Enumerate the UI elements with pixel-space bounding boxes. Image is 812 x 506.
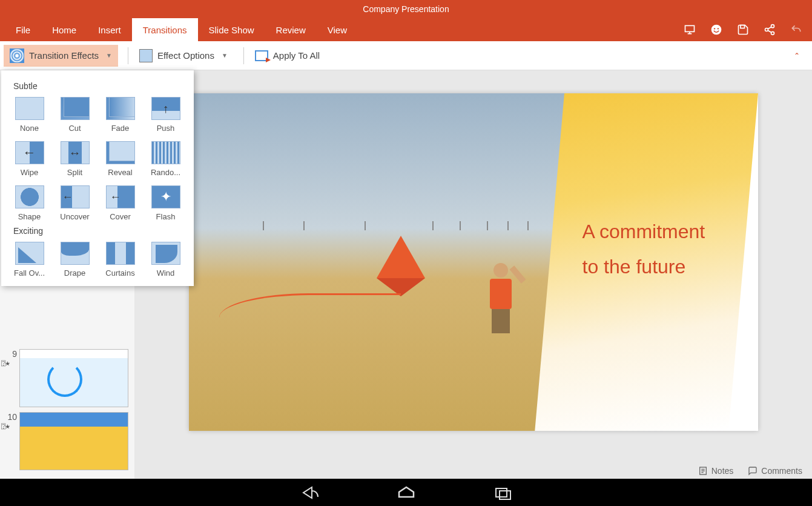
kite-graphic (377, 236, 425, 296)
transition-effects-dropdown: Subtle None Cut Fade Push Wipe Split Rev… (1, 70, 194, 286)
android-recent-icon[interactable] (491, 484, 515, 502)
svg-point-6 (765, 28, 768, 32)
slide[interactable]: A commitmentto the future (189, 93, 758, 431)
slide-canvas-area: A commitmentto the future (134, 70, 812, 479)
divider (243, 47, 244, 64)
collapse-ribbon-icon[interactable]: ⌃ (785, 47, 808, 65)
thumb-row-9[interactable]: 9 ⍰★ (0, 347, 134, 410)
comments-icon (748, 466, 758, 476)
save-icon[interactable] (737, 24, 749, 36)
thumb-number: 9 (1, 349, 19, 359)
chevron-down-icon: ▼ (106, 52, 112, 59)
svg-point-1 (711, 25, 722, 35)
svg-point-7 (771, 32, 774, 35)
svg-rect-0 (685, 25, 695, 32)
divider (128, 47, 128, 64)
document-title: Company Presentation (363, 4, 449, 14)
transition-split[interactable]: Split (55, 141, 94, 177)
transition-flash[interactable]: Flash (146, 185, 185, 221)
transition-curtains[interactable]: Curtains (101, 242, 140, 278)
android-back-icon[interactable] (297, 484, 322, 502)
transition-uncover[interactable]: Uncover (55, 185, 94, 221)
svg-point-3 (718, 28, 719, 29)
transitions-toolbar: Transition Effects ▼ Effect Options ▼ Ap… (0, 41, 812, 70)
slide-thumbnail[interactable] (19, 412, 128, 470)
transition-push[interactable]: Push (146, 97, 185, 133)
transition-reveal[interactable]: Reveal (101, 141, 140, 177)
share-icon[interactable] (764, 24, 776, 36)
comments-button[interactable]: Comments (748, 466, 802, 476)
transition-effects-button[interactable]: Transition Effects ▼ (4, 45, 118, 67)
transition-drape[interactable]: Drape (55, 242, 94, 278)
svg-rect-4 (741, 25, 745, 28)
comments-label: Comments (761, 466, 802, 476)
emoji-icon[interactable] (710, 24, 722, 36)
transition-random[interactable]: Rando... (146, 141, 185, 177)
transition-fallover[interactable]: Fall Ov... (10, 242, 49, 278)
android-home-icon[interactable] (394, 484, 418, 502)
animation-star-icon: ⍰★ (1, 422, 19, 430)
tab-home[interactable]: Home (41, 18, 87, 41)
transition-wind[interactable]: Wind (146, 242, 185, 278)
ribbon-tabs: File Home Insert Transitions Slide Show … (0, 18, 812, 41)
slide-photo (189, 93, 589, 431)
slide-thumbnail[interactable] (19, 349, 128, 407)
slide-title-text[interactable]: A commitmentto the future (583, 215, 740, 284)
apply-to-all-button[interactable]: Apply To All (249, 47, 326, 65)
svg-rect-9 (496, 488, 507, 497)
slide-text-line1: A commitment (583, 221, 705, 242)
slide-text-line2: to the future (583, 256, 686, 278)
present-icon[interactable] (684, 24, 696, 36)
child-graphic (486, 263, 516, 336)
transition-wipe[interactable]: Wipe (10, 141, 49, 177)
android-nav-bar (0, 479, 812, 506)
transition-cut[interactable]: Cut (55, 97, 94, 133)
thumb-number: 10 (1, 412, 19, 422)
chevron-down-icon: ▼ (222, 52, 228, 59)
effect-options-icon (139, 49, 153, 62)
tab-transitions[interactable]: Transitions (132, 18, 198, 41)
thumb-row-10[interactable]: 10 ⍰★ (0, 410, 134, 473)
notes-label: Notes (711, 466, 734, 476)
notes-button[interactable]: Notes (698, 466, 734, 476)
svg-point-5 (771, 25, 774, 28)
apply-all-label: Apply To All (273, 50, 320, 61)
svg-rect-10 (500, 491, 510, 499)
apply-all-icon (255, 50, 268, 61)
effect-options-button[interactable]: Effect Options ▼ (133, 45, 234, 66)
transition-shape[interactable]: Shape (10, 185, 49, 221)
transition-effects-icon (10, 48, 24, 63)
dropdown-section-subtle: Subtle (13, 81, 185, 91)
tab-review[interactable]: Review (265, 18, 317, 41)
notes-icon (698, 466, 708, 476)
animation-star-icon: ⍰★ (1, 359, 19, 367)
tab-insert[interactable]: Insert (87, 18, 132, 41)
title-bar: Company Presentation (0, 0, 812, 18)
undo-icon[interactable] (790, 24, 802, 36)
tab-slideshow[interactable]: Slide Show (198, 18, 265, 41)
transition-none[interactable]: None (10, 97, 49, 133)
transition-cover[interactable]: Cover (101, 185, 140, 221)
dropdown-section-exciting: Exciting (13, 226, 185, 236)
svg-point-2 (714, 28, 715, 29)
transition-effects-label: Transition Effects (29, 50, 99, 61)
tab-view[interactable]: View (317, 18, 358, 41)
transition-fade[interactable]: Fade (101, 97, 140, 133)
effect-options-label: Effect Options (157, 50, 214, 61)
tab-file[interactable]: File (5, 18, 41, 41)
